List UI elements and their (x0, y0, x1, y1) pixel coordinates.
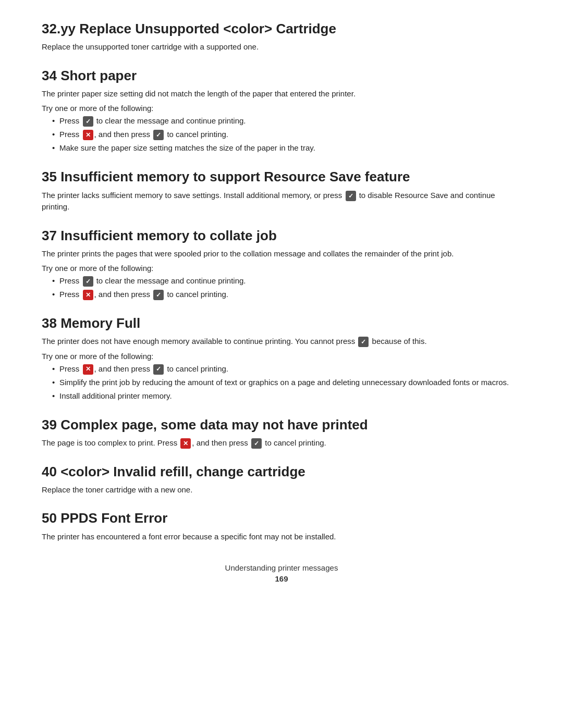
check-icon: ✓ (83, 116, 93, 127)
footer: Understanding printer messages 169 (42, 563, 521, 583)
section-title-32yy: 32.yy Replace Unsupported <color> Cartri… (42, 21, 521, 37)
bullet-text: , and then press (94, 290, 153, 299)
check-icon: ✓ (153, 290, 164, 300)
check-icon: ✓ (346, 191, 356, 201)
bullet-text: Press (59, 276, 82, 285)
section-title-38: 38 Memory Full (42, 315, 521, 331)
section-37: 37 Insufficient memory to collate job Th… (42, 228, 521, 301)
try-label-38: Try one or more of the following: (42, 352, 521, 361)
list-item: Press ✓ to clear the message and continu… (52, 275, 521, 287)
section-38: 38 Memory Full The printer does not have… (42, 315, 521, 402)
section-desc-34: The printer paper size setting did not m… (42, 88, 521, 100)
check-icon: ✓ (251, 438, 262, 449)
bullet-text: to clear the message and continue printi… (94, 116, 246, 125)
x-icon: ✕ (83, 364, 93, 375)
section-50: 50 PPDS Font Error The printer has encou… (42, 510, 521, 542)
section-title-34: 34 Short paper (42, 68, 521, 84)
x-icon: ✕ (83, 290, 93, 300)
section-title-50: 50 PPDS Font Error (42, 510, 521, 526)
x-icon: ✕ (180, 438, 191, 449)
list-item: Press ✓ to clear the message and continu… (52, 115, 521, 127)
bullet-text: to clear the message and continue printi… (94, 276, 246, 285)
x-icon: ✕ (83, 130, 93, 140)
section-39: 39 Complex page, some data may not have … (42, 417, 521, 449)
desc-text-before: The printer does not have enough memory … (42, 337, 357, 346)
desc-text-after: to cancel printing. (263, 438, 326, 447)
check-icon: ✓ (153, 364, 164, 375)
section-32yy: 32.yy Replace Unsupported <color> Cartri… (42, 21, 521, 53)
check-icon: ✓ (83, 276, 93, 287)
list-item: Press ✕, and then press ✓ to cancel prin… (52, 288, 521, 301)
section-title-40: 40 <color> Invalid refill, change cartri… (42, 464, 521, 480)
bullet-list-37: Press ✓ to clear the message and continu… (52, 275, 521, 301)
list-item: Make sure the paper size setting matches… (52, 142, 521, 154)
bullet-text: Press (59, 130, 82, 139)
section-desc-39: The page is too complex to print. Press … (42, 437, 521, 449)
section-35: 35 Insufficient memory to support Resour… (42, 169, 521, 213)
section-desc-50: The printer has encountered a font error… (42, 531, 521, 543)
bullet-text: Install additional printer memory. (59, 391, 172, 400)
list-item: Press ✕, and then press ✓ to cancel prin… (52, 128, 521, 141)
bullet-text: , and then press (94, 364, 153, 373)
section-title-37: 37 Insufficient memory to collate job (42, 228, 521, 244)
section-34: 34 Short paper The printer paper size se… (42, 68, 521, 155)
bullet-text: Simplify the print job by reducing the a… (59, 378, 509, 387)
bullet-text: to cancel printing. (165, 290, 228, 299)
section-desc-40: Replace the toner cartridge with a new o… (42, 484, 521, 496)
list-item: Press ✕, and then press ✓ to cancel prin… (52, 363, 521, 375)
section-title-39: 39 Complex page, some data may not have … (42, 417, 521, 433)
bullet-list-38: Press ✕, and then press ✓ to cancel prin… (52, 363, 521, 402)
bullet-list-34: Press ✓ to clear the message and continu… (52, 115, 521, 154)
section-desc-32yy: Replace the unsupported toner cartridge … (42, 41, 521, 53)
desc-text-after: because of this. (370, 337, 426, 346)
try-label-34: Try one or more of the following: (42, 104, 521, 113)
desc-text-before: The page is too complex to print. Press (42, 438, 179, 447)
desc-text-before: The printer lacks sufficient memory to s… (42, 191, 345, 200)
check-icon: ✓ (153, 130, 164, 140)
bullet-text: to cancel printing. (165, 364, 228, 373)
bullet-text: Make sure the paper size setting matches… (59, 143, 315, 152)
bullet-text: , and then press (94, 130, 153, 139)
section-desc-38: The printer does not have enough memory … (42, 336, 521, 348)
check-icon: ✓ (358, 337, 369, 347)
bullet-text: Press (59, 364, 82, 373)
section-title-35: 35 Insufficient memory to support Resour… (42, 169, 521, 185)
footer-label: Understanding printer messages (42, 563, 521, 572)
bullet-text: Press (59, 290, 82, 299)
section-40: 40 <color> Invalid refill, change cartri… (42, 464, 521, 496)
try-label-37: Try one or more of the following: (42, 264, 521, 273)
section-desc-35: The printer lacks sufficient memory to s… (42, 190, 521, 213)
footer-page: 169 (42, 574, 521, 583)
desc-text-mid: , and then press (192, 438, 250, 447)
section-desc-37: The printer prints the pages that were s… (42, 248, 521, 260)
list-item: Install additional printer memory. (52, 390, 521, 402)
bullet-text: to cancel printing. (165, 130, 228, 139)
bullet-text: Press (59, 116, 82, 125)
list-item: Simplify the print job by reducing the a… (52, 376, 521, 389)
